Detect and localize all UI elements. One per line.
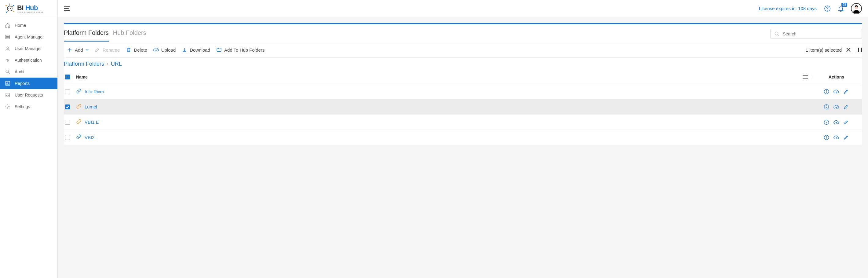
sidebar-item-settings[interactable]: Settings [0, 101, 57, 113]
svg-line-34 [778, 35, 779, 36]
breadcrumb-root[interactable]: Platform Folders [64, 61, 104, 67]
logo-text-b: Hub [25, 4, 38, 11]
table-row[interactable]: VBI1 E [64, 115, 862, 130]
link-icon [76, 103, 82, 110]
breadcrumb-current[interactable]: URL [111, 61, 122, 67]
columns-icon [857, 47, 862, 53]
sidebar-item-label: Authentication [15, 58, 42, 63]
search-input[interactable] [783, 31, 858, 36]
sidebar-item-reports[interactable]: Reports [0, 78, 57, 89]
notification-badge: 98 [841, 3, 847, 7]
clear-selection-button[interactable] [846, 48, 851, 52]
info-icon [824, 89, 829, 94]
row-checkbox[interactable] [65, 104, 70, 110]
search-box[interactable] [770, 29, 862, 39]
svg-point-18 [6, 70, 8, 73]
info-button[interactable] [824, 135, 829, 140]
cloud-upload-icon [834, 89, 839, 94]
hamburger-icon [64, 6, 70, 11]
inbox-icon [5, 92, 10, 98]
user-icon [5, 46, 10, 51]
rename-button[interactable]: Rename [92, 46, 123, 54]
avatar[interactable] [851, 3, 862, 14]
sidebar-item-home[interactable]: Home [0, 20, 57, 31]
info-button[interactable] [824, 89, 829, 94]
sidebar-item-agent-manager[interactable]: Agent Manager [0, 31, 57, 43]
tab-hub-folders[interactable]: Hub Folders [113, 29, 146, 41]
button-label: Rename [103, 48, 120, 53]
sidebar-item-user-manager[interactable]: User Manager [0, 43, 57, 54]
row-name[interactable]: Info River [85, 89, 104, 94]
column-header-name[interactable]: Name [74, 74, 800, 80]
upload-button[interactable] [834, 104, 839, 110]
svg-point-11 [8, 8, 9, 8]
button-label: Add To Hub Folders [224, 48, 265, 53]
selection-count: 1 item(s) selected [806, 48, 842, 53]
svg-point-56 [827, 121, 827, 121]
link-icon [76, 119, 82, 125]
download-icon [182, 47, 187, 53]
svg-rect-14 [5, 38, 10, 39]
logo-tagline: YOUR BI SEARCH ENGINE [17, 11, 44, 13]
topbar: License expires in: 108 days 98 [58, 0, 868, 17]
notifications-button[interactable]: 98 [837, 5, 844, 12]
row-checkbox[interactable] [65, 89, 70, 94]
delete-button[interactable]: Delete [123, 46, 150, 54]
add-button[interactable]: Add [64, 46, 92, 54]
nav-list: Home Agent Manager User Manager Authenti… [0, 17, 57, 113]
button-label: Delete [134, 48, 147, 53]
select-all-checkbox[interactable] [65, 74, 70, 80]
sidebar-item-authentication[interactable]: Authentication [0, 54, 57, 66]
pencil-icon [843, 119, 849, 125]
info-icon [824, 104, 829, 110]
edit-button[interactable] [843, 135, 849, 140]
svg-point-30 [827, 10, 828, 10]
pencil-icon [843, 104, 849, 110]
row-name[interactable]: Lumel [85, 104, 97, 110]
sidebar-item-audit[interactable]: Audit [0, 66, 57, 78]
upload-button[interactable] [834, 89, 839, 94]
row-name[interactable]: VBI2 [85, 135, 95, 140]
pencil-icon [843, 89, 849, 94]
column-header-actions: Actions [812, 74, 861, 80]
table-header: Name Actions [64, 70, 862, 84]
row-checkbox[interactable] [65, 135, 70, 140]
edit-button[interactable] [843, 119, 849, 125]
svg-line-10 [11, 10, 13, 11]
sidebar: BI Hub YOUR BI SEARCH ENGINE Home Agent … [0, 0, 58, 278]
logo-icon [4, 3, 15, 14]
logo[interactable]: BI Hub YOUR BI SEARCH ENGINE [0, 0, 57, 17]
menu-icon [803, 75, 808, 79]
svg-line-8 [12, 6, 13, 7]
upload-button[interactable] [834, 135, 839, 140]
home-icon [5, 23, 10, 28]
add-to-hub-button[interactable]: Add To Hub Folders [213, 46, 268, 54]
button-label: Add [75, 48, 83, 53]
edit-button[interactable] [843, 89, 849, 94]
chevron-down-icon [86, 48, 89, 51]
sidebar-item-label: Settings [15, 104, 30, 109]
sidebar-item-user-requests[interactable]: User Requests [0, 89, 57, 101]
row-checkbox[interactable] [65, 120, 70, 125]
columns-button[interactable] [857, 47, 862, 53]
info-button[interactable] [824, 104, 829, 110]
table-row[interactable]: Info River [64, 84, 862, 99]
table-row[interactable]: Lumel [64, 99, 862, 115]
gear-icon [5, 104, 10, 110]
folder-add-icon [216, 47, 222, 53]
edit-button[interactable] [843, 104, 849, 110]
download-button[interactable]: Download [179, 46, 213, 54]
menu-toggle-button[interactable] [64, 6, 70, 11]
upload-button[interactable]: Upload [150, 46, 179, 54]
table-row[interactable]: VBI2 [64, 130, 862, 145]
link-icon [76, 88, 82, 95]
tab-platform-folders[interactable]: Platform Folders [64, 29, 109, 41]
info-button[interactable] [824, 119, 829, 125]
svg-line-7 [6, 6, 8, 7]
row-name[interactable]: VBI1 E [85, 119, 99, 125]
close-icon [846, 48, 851, 52]
svg-point-16 [6, 38, 7, 38]
help-button[interactable] [824, 5, 831, 12]
upload-button[interactable] [834, 119, 839, 125]
column-menu-button[interactable] [800, 75, 812, 79]
